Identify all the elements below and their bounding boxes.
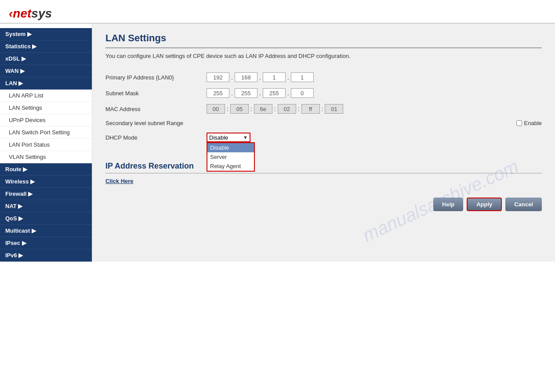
primary-ip-o1[interactable] bbox=[207, 72, 229, 82]
mac-address-row: MAC Address : : : : : bbox=[105, 104, 542, 114]
primary-ip-o2[interactable] bbox=[235, 72, 258, 82]
sidebar-item-lan-port-status[interactable]: LAN Port Status bbox=[0, 139, 92, 151]
dhcp-select-box[interactable]: Disable ▼ bbox=[207, 133, 250, 142]
sidebar-item-ipv6[interactable]: IPv6 ▶ bbox=[0, 249, 92, 262]
header: ‹netsys bbox=[0, 0, 555, 24]
mac-m5 bbox=[301, 104, 320, 114]
primary-ip-o3[interactable] bbox=[263, 72, 286, 82]
primary-ip-label: Primary IP Address {LAN0} bbox=[105, 74, 207, 81]
mac-sep-4: : bbox=[298, 105, 300, 112]
mac-m4 bbox=[278, 104, 296, 114]
ip-sep-2: . bbox=[259, 74, 261, 81]
sidebar-item-wan[interactable]: WAN ▶ bbox=[0, 65, 92, 77]
mac-sep-5: : bbox=[322, 105, 323, 112]
page-title: LAN Settings bbox=[105, 32, 542, 48]
sidebar-item-lan-arp-list[interactable]: LAN ARP List bbox=[0, 90, 92, 102]
secondary-subnet-row: Secondary level subnet Range Enable bbox=[105, 120, 542, 126]
subnet-mask-o3[interactable] bbox=[263, 88, 286, 98]
dhcp-option-server[interactable]: Server bbox=[207, 152, 254, 162]
sidebar-item-lan[interactable]: LAN ▶ bbox=[0, 77, 92, 90]
sidebar-item-multicast[interactable]: Multicast ▶ bbox=[0, 225, 92, 237]
ip-sep-1: . bbox=[231, 74, 233, 81]
subnet-sep-2: . bbox=[259, 90, 261, 97]
sidebar-item-vlan-settings[interactable]: VLAN Settings bbox=[0, 151, 92, 163]
main-layout: System ▶ Statistics ▶ xDSL ▶ WAN ▶ LAN ▶… bbox=[0, 24, 555, 262]
dhcp-option-disable[interactable]: Disable bbox=[207, 143, 254, 152]
secondary-subnet-label: Secondary level subnet Range bbox=[105, 120, 207, 126]
subnet-mask-row: Subnet Mask . . . bbox=[105, 88, 542, 98]
form-section: Primary IP Address {LAN0} . . . Subnet M… bbox=[105, 68, 542, 153]
mac-m6 bbox=[325, 104, 343, 114]
sidebar-item-ipsec[interactable]: IPsec ▶ bbox=[0, 237, 92, 249]
dhcp-mode-row: DHCP Mode Disable ▼ Disable Server Relay… bbox=[105, 133, 542, 142]
sidebar-item-wireless[interactable]: Wireless ▶ bbox=[0, 176, 92, 188]
sidebar-item-system[interactable]: System ▶ bbox=[0, 28, 92, 40]
sidebar-item-qos[interactable]: QoS ▶ bbox=[0, 212, 92, 225]
mac-sep-3: : bbox=[274, 105, 276, 112]
logo-sys: sys bbox=[31, 7, 52, 21]
help-button[interactable]: Help bbox=[433, 198, 463, 211]
sidebar-item-lan-settings[interactable]: LAN Settings bbox=[0, 102, 92, 114]
dhcp-mode-label: DHCP Mode bbox=[105, 134, 207, 141]
cancel-button[interactable]: Cancel bbox=[505, 198, 542, 211]
ip-sep-3: . bbox=[287, 74, 289, 81]
content-area: manualsarchive.com LAN Settings You can … bbox=[92, 24, 555, 262]
dhcp-selected-value: Disable bbox=[209, 134, 243, 141]
subnet-mask-o1[interactable] bbox=[207, 88, 229, 98]
subnet-mask-inputs: . . . bbox=[207, 88, 314, 98]
sidebar-item-statistics[interactable]: Statistics ▶ bbox=[0, 40, 92, 53]
logo-net-text: net bbox=[13, 7, 31, 20]
sidebar-item-nat[interactable]: NAT ▶ bbox=[0, 200, 92, 212]
dhcp-dropdown-arrow: ▼ bbox=[243, 135, 248, 140]
mac-m2 bbox=[230, 104, 249, 114]
dhcp-option-relay-agent[interactable]: Relay Agent bbox=[207, 162, 254, 171]
subnet-mask-o4[interactable] bbox=[291, 88, 314, 98]
mac-m3 bbox=[254, 104, 272, 114]
button-row: Help Apply Cancel bbox=[105, 198, 542, 211]
sidebar: System ▶ Statistics ▶ xDSL ▶ WAN ▶ LAN ▶… bbox=[0, 24, 92, 262]
sidebar-item-upnp-devices[interactable]: UPnP Devices bbox=[0, 114, 92, 126]
logo: ‹netsys bbox=[9, 7, 546, 21]
mac-address-label: MAC Address bbox=[105, 106, 207, 112]
sidebar-item-route[interactable]: Route ▶ bbox=[0, 163, 92, 176]
dhcp-dropdown-wrapper: Disable ▼ Disable Server Relay Agent bbox=[207, 133, 250, 142]
primary-ip-row: Primary IP Address {LAN0} . . . bbox=[105, 72, 542, 82]
mac-sep-2: : bbox=[250, 105, 252, 112]
mac-address-inputs: : : : : : bbox=[207, 104, 343, 114]
subnet-mask-label: Subnet Mask bbox=[105, 90, 207, 97]
mac-m1 bbox=[207, 104, 225, 114]
secondary-enable-group: Enable bbox=[516, 120, 542, 126]
reservation-link[interactable]: Click Here bbox=[105, 178, 542, 184]
subnet-sep-3: . bbox=[287, 90, 289, 97]
page-description: You can configure LAN settings of CPE de… bbox=[105, 53, 542, 59]
logo-net: ‹net bbox=[9, 7, 31, 21]
secondary-enable-label: Enable bbox=[524, 120, 542, 126]
sidebar-item-lan-switch-port-setting[interactable]: LAN Switch Port Setting bbox=[0, 126, 92, 139]
subnet-mask-o2[interactable] bbox=[235, 88, 258, 98]
primary-ip-inputs: . . . bbox=[207, 72, 314, 82]
primary-ip-o4[interactable] bbox=[291, 72, 314, 82]
subnet-sep-1: . bbox=[231, 90, 233, 97]
reservation-title: IP Address Reservation bbox=[105, 162, 542, 173]
mac-sep-1: : bbox=[227, 105, 229, 112]
sidebar-item-xdsl[interactable]: xDSL ▶ bbox=[0, 53, 92, 65]
sidebar-item-firewall[interactable]: Firewall ▶ bbox=[0, 188, 92, 200]
dhcp-dropdown-menu: Disable Server Relay Agent bbox=[207, 142, 255, 172]
secondary-enable-checkbox[interactable] bbox=[516, 120, 522, 126]
apply-button[interactable]: Apply bbox=[467, 198, 502, 211]
